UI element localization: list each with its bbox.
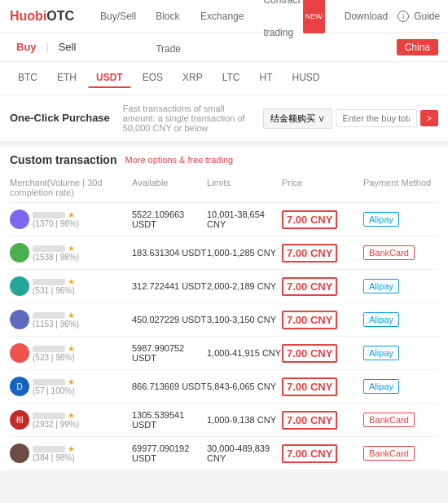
table-row[interactable]: ★ (1153 | 96%) 450.027229 USDT 3,100-3,1…	[10, 303, 438, 337]
merchant-name-placeholder	[33, 446, 65, 452]
merchant-name-placeholder	[33, 346, 65, 352]
buy-tab[interactable]: Buy	[10, 38, 43, 56]
table-row[interactable]: ★ (523 | 98%) 5987.990752 USDT 1,000-41,…	[10, 337, 438, 370]
merchant-name-row: ★	[33, 377, 75, 386]
nav-exchange[interactable]: Exchange	[191, 0, 253, 33]
amount-select[interactable]: 结金额购买 ∨	[263, 108, 332, 129]
price-value: 7.00 CNY	[282, 411, 337, 430]
payment-method: Alipay	[363, 212, 399, 227]
available-col: 450.027229 USDT	[132, 315, 207, 324]
merchant-stats: (523 | 98%)	[33, 353, 75, 362]
payment-col: Alipay	[363, 214, 438, 225]
star-icon: ★	[68, 244, 75, 253]
merchant-top: ★ (1538 | 98%)	[10, 243, 132, 263]
merchant-name-placeholder	[33, 312, 65, 319]
merchant-col: ★ (1370 | 98%)	[10, 210, 132, 229]
price-value: 7.00 CNY	[282, 444, 337, 463]
table-row[interactable]: ★ (1370 | 98%) 5522.109663 USDT 10,001-3…	[10, 203, 438, 236]
price-value: 7.00 CNY	[282, 244, 337, 263]
currency-tabs: BTC ETH USDT EOS XRP LTC HT HUSD	[0, 62, 448, 95]
merchant-top: ★ (523 | 98%)	[10, 343, 132, 363]
nav-blocktrade[interactable]: Block Trade	[146, 0, 191, 33]
sell-tab[interactable]: Sell	[52, 38, 83, 56]
one-click-controls: 结金额购买 ∨ >	[263, 108, 439, 129]
avatar	[10, 343, 29, 363]
payment-col: BankCard	[363, 247, 438, 258]
go-button[interactable]: >	[420, 110, 438, 126]
merchant-top: ★ (531 | 96%)	[10, 276, 132, 296]
tab-eth[interactable]: ETH	[49, 68, 85, 88]
avatar	[10, 276, 29, 296]
buy-total-input[interactable]	[336, 109, 417, 127]
logo: Huobi OTC	[10, 9, 74, 24]
avatar	[10, 210, 29, 229]
merchant-col: 相 ★ (2932 | 99%)	[10, 410, 132, 430]
col-available: Available	[132, 178, 207, 197]
merchant-info: ★ (1370 | 98%)	[33, 210, 79, 228]
tab-xrp[interactable]: XRP	[174, 68, 211, 88]
merchant-info: ★ (1153 | 96%)	[33, 311, 79, 329]
price-col: 7.00 CNY	[282, 314, 363, 326]
tab-husd[interactable]: HUSD	[283, 68, 327, 88]
price-value: 7.00 CNY	[282, 377, 337, 396]
main-nav: Buy/Sell Block Trade Exchange Contract t…	[90, 0, 397, 33]
available-col: 183.631304 USDT	[132, 248, 207, 258]
guide-button[interactable]: Guide	[414, 11, 440, 22]
available-col: 866.713669 USDT	[132, 382, 207, 391]
payment-col: Alipay	[363, 347, 438, 359]
payment-method: BankCard	[363, 413, 415, 427]
col-limits: Limits	[207, 178, 282, 197]
nav-contract[interactable]: Contract trading NEW	[253, 0, 334, 33]
table-row[interactable]: 相 ★ (2932 | 99%) 1305.539541 USDT 1,000-…	[10, 404, 438, 437]
available-col: 5522.109663 USDT	[132, 210, 207, 229]
merchant-col: ★ (1538 | 98%)	[10, 243, 132, 263]
payment-method: Alipay	[363, 279, 399, 293]
nav-download[interactable]: Download	[335, 0, 397, 33]
custom-subtitle[interactable]: More options & free trading	[125, 155, 233, 165]
merchant-name-row: ★	[33, 444, 75, 453]
merchant-name-row: ★	[33, 244, 79, 253]
merchant-name-row: ★	[33, 411, 79, 420]
price-value: 7.00 CNY	[282, 210, 337, 229]
table-row[interactable]: ★ (384 | 98%) 69977.090192 USDT 30,000-4…	[10, 437, 438, 470]
limits-col: 1,000-1,285 CNY	[207, 248, 282, 258]
limits-col: 3,100-3,150 CNY	[207, 315, 282, 324]
price-col: 7.00 CNY	[282, 214, 363, 226]
merchant-col: ★ (531 | 96%)	[10, 276, 132, 296]
payment-col: Alipay	[363, 381, 438, 392]
star-icon: ★	[68, 277, 75, 286]
nav-buysell[interactable]: Buy/Sell	[90, 0, 146, 33]
tab-btc[interactable]: BTC	[10, 68, 46, 88]
available-col: 69977.090192 USDT	[132, 443, 207, 463]
tab-usdt[interactable]: USDT	[88, 68, 131, 88]
one-click-title: One-Click Purchase	[10, 111, 110, 126]
table-header: Merchant(Volume | 30d completion rate) A…	[10, 173, 438, 203]
merchant-col: ★ (1153 | 96%)	[10, 310, 132, 329]
tab-ht[interactable]: HT	[251, 68, 280, 88]
header-right: i Guide	[397, 11, 440, 22]
contract-badge: NEW	[303, 0, 325, 33]
available-col: 1305.539541 USDT	[132, 410, 207, 430]
payment-method: BankCard	[363, 245, 415, 260]
star-icon: ★	[68, 411, 75, 420]
price-col: 7.00 CNY	[282, 347, 363, 360]
custom-section: Custom transaction More options & free t…	[0, 147, 448, 470]
region-button[interactable]: China	[397, 39, 438, 55]
table-body: ★ (1370 | 98%) 5522.109663 USDT 10,001-3…	[10, 203, 438, 470]
col-price: Price	[282, 178, 363, 197]
tab-eos[interactable]: EOS	[134, 68, 171, 88]
limits-col: 5,843-6,065 CNY	[207, 382, 282, 391]
table-row[interactable]: ★ (531 | 96%) 312.722441 USDT 2,000-2,18…	[10, 270, 438, 303]
merchant-info: ★ (384 | 98%)	[33, 444, 75, 462]
price-col: 7.00 CNY	[282, 280, 363, 293]
table-row[interactable]: ★ (1538 | 98%) 183.631304 USDT 1,000-1,2…	[10, 236, 438, 270]
buy-sell-row: Buy | Sell China	[0, 33, 448, 62]
col-merchant: Merchant(Volume | 30d completion rate)	[10, 178, 132, 197]
merchant-info: ★ (2932 | 99%)	[33, 411, 79, 429]
custom-header: Custom transaction More options & free t…	[10, 153, 438, 166]
tab-ltc[interactable]: LTC	[214, 68, 248, 88]
table-row[interactable]: D ★ (57 | 100%) 866.713669 USDT 5,843-6,…	[10, 370, 438, 404]
payment-col: Alipay	[363, 314, 438, 325]
divider: |	[43, 42, 52, 53]
merchant-info: ★ (531 | 96%)	[33, 277, 75, 295]
